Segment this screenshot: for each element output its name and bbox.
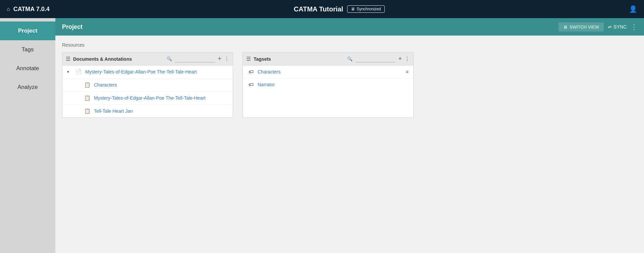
project-name: CATMA Tutorial [294, 5, 343, 13]
panels-row: ☰ Documents & Annotations 🔍 + ⋮ ▾ 📄 Myst… [62, 52, 637, 118]
main-content: Project 🖥 SWITCH VIEW ⇌ SYNC ⋮ Resources [55, 18, 644, 253]
project-bar-actions: 🖥 SWITCH VIEW ⇌ SYNC ⋮ [558, 22, 637, 32]
tagset-icon: 🏷 [248, 69, 254, 74]
tagset-menu-icon[interactable]: ≡ [406, 69, 409, 74]
project-title-area: CATMA Tutorial 🖥 Synchronized [294, 5, 385, 13]
tagsets-search-input[interactable] [355, 56, 395, 62]
tagsets-add-button[interactable]: + [398, 55, 402, 62]
annotation-label: Mystery-Tales-of-Edgar-Allan-Poe The-Tel… [94, 95, 228, 101]
document-icon: 📄 [75, 69, 82, 75]
resources-label: Resources [62, 42, 637, 48]
top-header: ⌂ CATMA 7.0.4 CATMA Tutorial 🖥 Synchroni… [0, 0, 644, 18]
project-more-button[interactable]: ⋮ [631, 23, 637, 31]
table-row[interactable]: ▾ 📄 Mystery-Tales-of-Edgar-Allan-Poe The… [62, 65, 233, 79]
table-row[interactable]: 📋 Characters [62, 79, 233, 92]
documents-panel-header: ☰ Documents & Annotations 🔍 + ⋮ [62, 53, 233, 65]
project-bar-title: Project [62, 23, 83, 31]
documents-list-icon: ☰ [66, 56, 70, 62]
switch-view-label: SWITCH VIEW [570, 24, 599, 30]
tagset-label: Characters [258, 69, 402, 74]
table-row[interactable]: 🏷 Narrator [243, 78, 413, 91]
app-body: Project Tags Annotate Analyze Project 🖥 … [0, 18, 644, 253]
annotation-label: Characters [94, 82, 228, 88]
app-title-area: ⌂ CATMA 7.0.4 [7, 6, 50, 13]
document-label: Mystery-Tales-of-Edgar-Allan-Poe The-Tel… [85, 69, 228, 74]
documents-search-icon: 🔍 [167, 56, 172, 61]
documents-panel: ☰ Documents & Annotations 🔍 + ⋮ ▾ 📄 Myst… [62, 52, 233, 118]
sidebar-item-project[interactable]: Project [0, 21, 55, 40]
tagsets-more-button[interactable]: ⋮ [405, 56, 410, 62]
annotation-icon: 📋 [84, 95, 91, 101]
tagsets-search-icon: 🔍 [347, 56, 353, 61]
sidebar-item-annotate[interactable]: Annotate [0, 59, 55, 78]
tagset-icon: 🏷 [248, 82, 254, 87]
tagsets-panel-header: ☰ Tagsets 🔍 + ⋮ [243, 53, 413, 65]
tagsets-list-icon: ☰ [246, 56, 251, 62]
documents-panel-title: Documents & Annotations [73, 56, 164, 62]
sidebar: Project Tags Annotate Analyze [0, 18, 55, 253]
home-icon[interactable]: ⌂ [7, 6, 10, 12]
project-bar: Project 🖥 SWITCH VIEW ⇌ SYNC ⋮ [55, 18, 644, 36]
table-row[interactable]: 📋 Tell-Tale Heart Jan [62, 105, 233, 117]
monitor-icon-btn: 🖥 [563, 24, 568, 30]
resources-area: Resources ☰ Documents & Annotations 🔍 + … [55, 36, 644, 253]
documents-add-button[interactable]: + [218, 55, 221, 62]
sidebar-item-tags[interactable]: Tags [0, 40, 55, 59]
tagsets-panel: ☰ Tagsets 🔍 + ⋮ 🏷 Characters ≡ [243, 52, 414, 118]
sync-label: SYNC [613, 24, 627, 30]
tagset-label: Narrator [258, 82, 409, 87]
tagsets-panel-title: Tagsets [254, 56, 344, 62]
app-title: CATMA 7.0.4 [13, 6, 50, 13]
arrows-icon: ⇌ [608, 24, 612, 30]
annotation-icon: 📋 [84, 82, 91, 88]
annotation-icon: 📋 [84, 108, 91, 114]
user-icon[interactable]: 👤 [629, 5, 637, 13]
chevron-icon: ▾ [67, 69, 72, 74]
sync-button[interactable]: ⇌ SYNC [608, 24, 627, 30]
monitor-icon: 🖥 [351, 7, 355, 11]
switch-view-button[interactable]: 🖥 SWITCH VIEW [558, 22, 604, 32]
sidebar-item-analyze[interactable]: Analyze [0, 78, 55, 97]
annotation-label: Tell-Tale Heart Jan [94, 108, 228, 114]
documents-search-input[interactable] [175, 56, 215, 62]
sync-badge: 🖥 Synchronized [347, 5, 385, 13]
table-row[interactable]: 🏷 Characters ≡ [243, 65, 413, 78]
table-row[interactable]: 📋 Mystery-Tales-of-Edgar-Allan-Poe The-T… [62, 92, 233, 105]
sync-label: Synchronized [357, 7, 381, 11]
documents-more-button[interactable]: ⋮ [224, 56, 229, 62]
